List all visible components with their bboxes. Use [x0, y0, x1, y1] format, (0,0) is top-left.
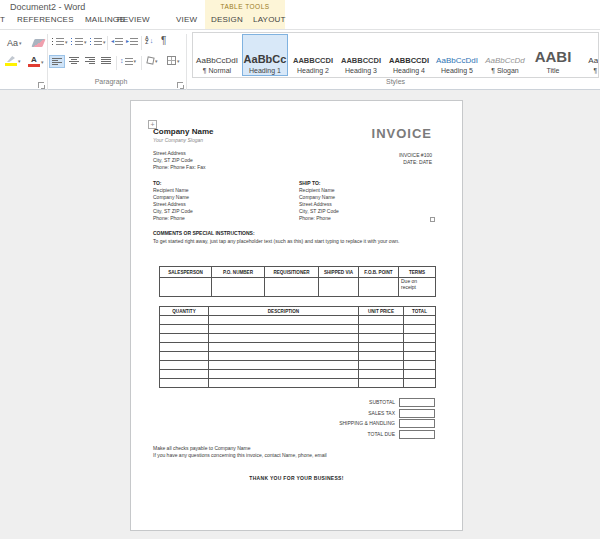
- window-title: Document2 - Word: [10, 2, 85, 12]
- document-page[interactable]: + Company Name Your Company Slogan Stree…: [130, 100, 463, 531]
- company-slogan: Your Company Slogan: [153, 137, 203, 143]
- highlighter-icon: [5, 56, 17, 66]
- style-item-quote[interactable]: AaBbC ¶ Qu: [578, 34, 599, 76]
- borders-button[interactable]: ▾: [167, 56, 180, 65]
- align-left-icon: [52, 58, 62, 65]
- sort-button[interactable]: AZ↓: [145, 36, 153, 44]
- invoice-meta: INVOICE #100 DATE: DATE: [399, 152, 432, 166]
- font-color-button[interactable]: A▾: [28, 56, 44, 67]
- style-label: Title: [547, 67, 560, 74]
- text-highlight-button[interactable]: ▾: [5, 56, 21, 66]
- show-paragraph-marks-button[interactable]: ¶: [161, 35, 166, 46]
- chevron-down-icon: ▾: [18, 58, 21, 64]
- style-item-heading2[interactable]: AABBCCDI Heading 2: [290, 34, 336, 76]
- tab-clipped[interactable]: T: [0, 15, 5, 24]
- tab-view[interactable]: VIEW: [176, 15, 197, 24]
- tab-review[interactable]: REVIEW: [117, 15, 150, 24]
- numbering-button[interactable]: ▾: [71, 38, 87, 45]
- tab-design[interactable]: DESIGN: [211, 15, 243, 24]
- ribbon: Aa▾ ▾ A▾ ▾ ▾ ▾ ◂ ▸ AZ↓ ¶: [0, 30, 600, 90]
- totals-section: SUBTOTAL SALES TAX SHIPPING & HANDLING T…: [159, 398, 435, 440]
- clear-formatting-button[interactable]: [33, 39, 44, 47]
- style-item-title[interactable]: AABI Title: [530, 34, 576, 76]
- chevron-down-icon: ▾: [41, 59, 44, 65]
- align-right-button[interactable]: [85, 57, 95, 64]
- multilevel-list-button[interactable]: ▾: [90, 38, 106, 45]
- style-preview: AABBCCDI: [293, 56, 333, 65]
- style-label: ¶ Normal: [203, 67, 231, 74]
- multilevel-list-icon: [90, 38, 91, 45]
- tab-layout[interactable]: LAYOUT: [253, 15, 286, 24]
- style-preview: AaBbCcDdI: [436, 56, 478, 65]
- thank-you-line: THANK YOU FOR YOUR BUSINESS!: [131, 475, 462, 481]
- company-name: Company Name: [153, 127, 213, 136]
- subtotal-box[interactable]: [399, 398, 435, 407]
- style-label: Heading 1: [249, 67, 281, 74]
- paragraph-dialog-launcher[interactable]: [177, 82, 183, 88]
- justify-icon: [101, 57, 111, 64]
- shipping-box[interactable]: [399, 419, 435, 428]
- change-case-button[interactable]: Aa▾: [7, 38, 22, 48]
- justify-button[interactable]: [101, 57, 111, 64]
- change-case-icon: Aa: [7, 38, 18, 48]
- sales-tax-row: SALES TAX: [159, 409, 435, 419]
- chevron-down-icon: ▾: [19, 40, 22, 46]
- chevron-down-icon: ▾: [134, 58, 137, 64]
- ship-to-heading: SHIP TO:: [299, 180, 339, 187]
- style-preview: AaBbC: [588, 56, 599, 65]
- invoice-title: INVOICE: [372, 126, 432, 141]
- paint-bucket-icon: [146, 56, 154, 64]
- shading-button[interactable]: ▾: [147, 57, 158, 64]
- invoice-date: DATE: DATE: [399, 159, 432, 166]
- table-tools-label: TABLE TOOLS: [205, 3, 285, 10]
- style-label: Heading 4: [393, 67, 425, 74]
- eraser-icon: [31, 39, 45, 47]
- font-dialog-launcher[interactable]: [38, 82, 44, 88]
- info-table[interactable]: SALESPERSON P.O. NUMBER REQUISITIONER SH…: [159, 266, 436, 297]
- bullets-button[interactable]: ▾: [52, 38, 68, 45]
- font-color-icon: A: [28, 56, 40, 67]
- decrease-indent-button[interactable]: ◂: [111, 38, 123, 45]
- align-left-button[interactable]: [49, 55, 65, 68]
- style-label: Heading 5: [441, 67, 473, 74]
- document-workspace: + Company Name Your Company Slogan Stree…: [0, 90, 600, 539]
- total-due-box[interactable]: [399, 430, 435, 439]
- tab-references[interactable]: REFERENCES: [17, 15, 74, 24]
- style-item-heading3[interactable]: AABBCCDI Heading 3: [338, 34, 384, 76]
- style-label: Heading 3: [345, 67, 377, 74]
- chevron-down-icon: ▾: [155, 58, 158, 64]
- pilcrow-icon: ¶: [161, 35, 166, 46]
- shipping-row: SHIPPING & HANDLING: [159, 419, 435, 429]
- sales-tax-box[interactable]: [399, 409, 435, 418]
- style-label: ¶ Qu: [593, 67, 599, 74]
- sort-icon: AZ↓: [145, 36, 153, 44]
- style-preview: AaBbCcDd: [485, 56, 525, 65]
- style-preview: AaBbCcDdI: [196, 56, 238, 65]
- placeholder-square: [430, 217, 435, 222]
- chevron-down-icon: ▾: [65, 39, 68, 45]
- style-preview: AABBCCDI: [389, 56, 429, 65]
- style-label: Heading 2: [297, 67, 329, 74]
- style-item-slogan[interactable]: AaBbCcDd ¶ Slogan: [482, 34, 528, 76]
- style-item-heading5[interactable]: AaBbCcDdI Heading 5: [434, 34, 480, 76]
- borders-grid-icon: [167, 56, 176, 65]
- to-heading: TO:: [153, 180, 193, 187]
- payment-notes: Make all checks payable to Company Name …: [153, 445, 327, 459]
- items-table[interactable]: QUANTITY DESCRIPTION UNIT PRICE TOTAL: [159, 306, 436, 388]
- styles-group-label: Styles: [192, 78, 599, 85]
- align-center-button[interactable]: [69, 57, 79, 64]
- terms-value: Due on receipt: [399, 278, 436, 297]
- style-item-heading4[interactable]: AABBCCDI Heading 4: [386, 34, 432, 76]
- bullets-icon: [52, 38, 53, 45]
- line-spacing-button[interactable]: ↕▾: [120, 57, 136, 65]
- ribbon-tab-row: T REFERENCES MAILINGS REVIEW VIEW DESIGN…: [0, 12, 600, 30]
- title-bar: Document2 - Word: [0, 0, 600, 12]
- total-due-row: TOTAL DUE: [159, 430, 435, 440]
- style-item-normal[interactable]: AaBbCcDdI ¶ Normal: [194, 34, 240, 76]
- increase-indent-button[interactable]: ▸: [126, 38, 138, 45]
- style-item-heading1[interactable]: AaBbCc Heading 1: [242, 34, 288, 76]
- invoice-number: INVOICE #100: [399, 152, 432, 159]
- paragraph-group-label: Paragraph: [61, 78, 161, 85]
- align-right-icon: [85, 57, 95, 64]
- company-address: Street Address City, ST ZIP Code Phone: …: [153, 150, 206, 171]
